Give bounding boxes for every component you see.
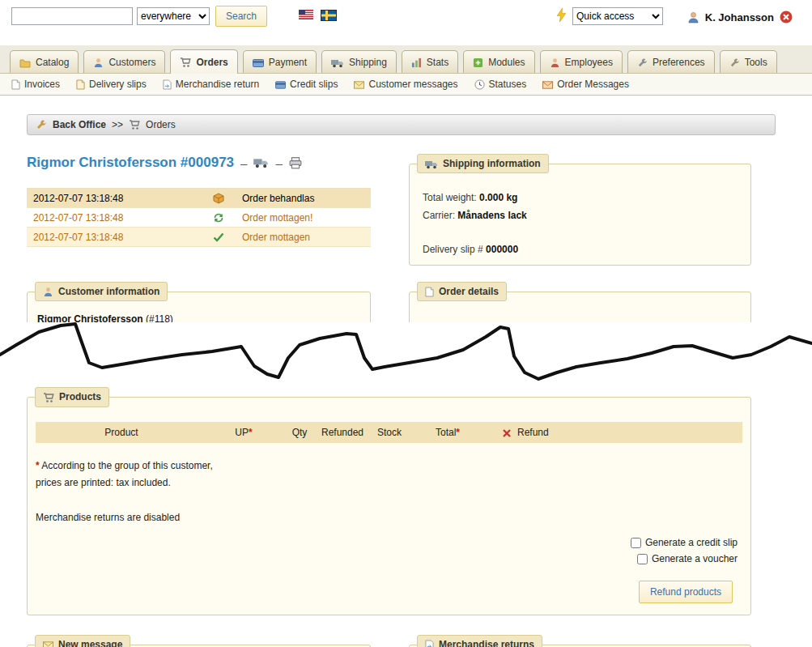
status-date: 2012-07-07 13:18:48 xyxy=(27,193,195,204)
folder-icon xyxy=(19,57,31,68)
tab-orders[interactable]: Orders xyxy=(170,49,237,74)
credit-card-icon xyxy=(253,57,264,68)
quick-access-select[interactable]: Quick access xyxy=(572,7,663,25)
status-date: 2012-07-07 13:18:48 xyxy=(27,232,195,243)
tab-preferences[interactable]: Preferences xyxy=(627,50,715,73)
total-weight-row: Total weight: 0.000 kg xyxy=(423,189,750,206)
person-red-icon xyxy=(550,57,560,68)
order-details-legend: Order details xyxy=(417,282,507,301)
products-panel-legend: Products xyxy=(35,387,109,407)
status-label: Order mottagen xyxy=(242,232,371,243)
return-doc-icon xyxy=(163,79,172,90)
status-row: 2012-07-07 13:18:48 Order mottagen! xyxy=(27,208,371,228)
shipping-information-panel: Shipping information Total weight: 0.000… xyxy=(409,164,751,266)
delivery-slip-number: 000000 xyxy=(486,244,518,255)
products-panel: Products Product UP* Qty Refunded Stock … xyxy=(27,397,751,615)
chart-icon xyxy=(411,57,422,68)
tab-modules[interactable]: Modules xyxy=(463,50,534,73)
person-icon xyxy=(43,286,53,297)
document-icon xyxy=(425,286,434,297)
submenu-merchandise-return[interactable]: Merchandise return xyxy=(163,79,259,90)
employee-box: K. Johansson xyxy=(687,11,793,23)
breadcrumb-separator: >> xyxy=(112,119,123,130)
customer-panel-legend: Customer information xyxy=(35,282,168,301)
lightning-icon xyxy=(557,8,566,22)
cart-icon xyxy=(180,56,191,68)
generate-credit-slip-checkbox[interactable] xyxy=(631,538,641,548)
tab-employees[interactable]: Employees xyxy=(540,50,623,73)
return-doc-icon xyxy=(425,639,434,647)
tab-tools[interactable]: Tools xyxy=(720,50,777,73)
print-icon[interactable] xyxy=(289,157,302,169)
column-qty: Qty xyxy=(280,427,319,438)
tax-note-line-1: * According to the group of this custome… xyxy=(36,458,750,475)
delivery-truck-icon[interactable] xyxy=(253,157,269,168)
page-title: Rigmor Christofersson #000973 xyxy=(27,155,234,171)
us-flag-icon[interactable] xyxy=(299,10,313,19)
column-unit-price: UP* xyxy=(207,427,280,438)
backoffice-tool-icon xyxy=(36,119,47,131)
check-icon xyxy=(195,232,242,242)
column-total: Total* xyxy=(413,427,483,438)
recycle-arrows-icon xyxy=(195,212,242,223)
status-date: 2012-07-07 13:18:48 xyxy=(27,212,195,223)
cart-icon xyxy=(129,119,140,131)
delivery-slip-icon xyxy=(76,79,85,90)
merchandise-returns-disabled-note: Merchandise returns are disabled xyxy=(36,509,750,526)
breadcrumb-orders[interactable]: Orders xyxy=(146,119,176,130)
tab-shipping[interactable]: Shipping xyxy=(321,50,397,73)
submenu-order-messages[interactable]: Order Messages xyxy=(542,79,629,90)
order-message-icon xyxy=(542,79,553,90)
submenu-statuses[interactable]: Statuses xyxy=(474,79,527,90)
search-button[interactable]: Search xyxy=(215,6,267,27)
carrier-value: Månadens lack xyxy=(457,210,526,221)
shipping-panel-body: Total weight: 0.000 kg Carrier: Månadens… xyxy=(410,164,750,258)
order-title-row: Rigmor Christofersson #000973 – – xyxy=(27,155,302,171)
tab-payment[interactable]: Payment xyxy=(243,50,317,73)
search-scope-select[interactable]: everywhere xyxy=(137,7,210,25)
total-weight-value: 0.000 kg xyxy=(479,192,517,203)
required-mark: * xyxy=(456,427,460,438)
main-tabs: Catalog Customers Orders Payment Shippin… xyxy=(0,45,812,73)
person-icon xyxy=(93,57,104,68)
status-label: Order mottagen! xyxy=(242,212,371,223)
tab-stats[interactable]: Stats xyxy=(402,50,458,73)
truck-icon xyxy=(425,158,438,169)
envelope-icon xyxy=(43,639,53,647)
submenu-delivery-slips[interactable]: Delivery slips xyxy=(76,79,147,90)
package-icon xyxy=(195,193,242,204)
breadcrumb-back-office[interactable]: Back Office xyxy=(53,119,106,130)
module-plus-icon xyxy=(473,57,483,68)
search-input[interactable] xyxy=(11,7,133,25)
tab-catalog[interactable]: Catalog xyxy=(10,50,79,73)
sweden-flag-icon[interactable] xyxy=(321,10,337,21)
logout-icon[interactable] xyxy=(780,11,793,23)
title-separator: – xyxy=(240,156,247,170)
orders-submenu: Invoices Delivery slips Merchandise retu… xyxy=(0,73,812,96)
tax-note-line-2: prices are printed: tax included. xyxy=(36,475,750,492)
column-product: Product xyxy=(36,427,207,438)
carrier-row: Carrier: Månadens lack xyxy=(423,206,750,224)
truck-icon xyxy=(331,57,344,68)
submenu-credit-slips[interactable]: Credit slips xyxy=(275,79,338,90)
credit-slip-icon xyxy=(275,79,286,90)
submenu-invoices[interactable]: Invoices xyxy=(11,79,60,90)
required-mark: * xyxy=(36,460,40,471)
generate-voucher-checkbox[interactable] xyxy=(637,554,648,564)
generate-credit-slip-option: Generate a credit slip xyxy=(631,537,738,548)
employee-name-link[interactable]: K. Johansson xyxy=(705,11,774,23)
refund-options: Generate a credit slip Generate a vouche… xyxy=(631,537,738,564)
wrench-icon xyxy=(729,57,740,68)
settings-wrench-icon xyxy=(637,57,648,68)
top-bar: everywhere Search Quick access K. Johans… xyxy=(0,0,812,45)
merchandise-returns-legend: Merchandise returns xyxy=(417,635,542,647)
message-icon xyxy=(354,79,364,90)
refund-products-button[interactable]: Refund products xyxy=(639,581,733,603)
submenu-customer-messages[interactable]: Customer messages xyxy=(354,79,457,90)
status-row: 2012-07-07 13:18:48 Order behandlas xyxy=(27,189,371,208)
tab-customers[interactable]: Customers xyxy=(83,50,165,73)
torn-screenshot-edge xyxy=(0,322,812,387)
status-label: Order behandlas xyxy=(242,193,371,204)
generate-voucher-option: Generate a voucher xyxy=(637,553,738,564)
products-notes: * According to the group of this custome… xyxy=(36,458,750,526)
